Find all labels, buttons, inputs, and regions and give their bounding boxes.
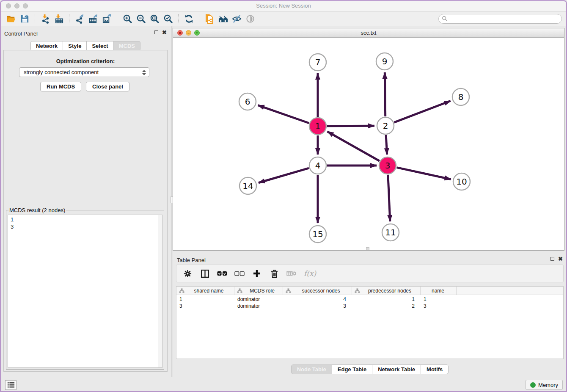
table-row[interactable]: 1dominator411	[176, 296, 563, 303]
graph-node-9[interactable]: 9	[376, 53, 393, 70]
eye-slash-icon	[232, 14, 242, 24]
tab-edge-table[interactable]: Edge Table	[332, 364, 372, 374]
add-column-button[interactable]	[252, 268, 262, 279]
show-all-hidden-button[interactable]	[243, 13, 257, 25]
memory-button[interactable]: Memory	[526, 380, 563, 390]
criterion-dropdown[interactable]: strongly connected component	[19, 67, 149, 77]
graph-node-8[interactable]: 8	[452, 88, 469, 105]
window-titlebar[interactable]: Session: New Session	[0, 0, 567, 12]
column-header-predecessor-nodes[interactable]: predecessor nodes	[352, 287, 421, 295]
graph-node-15[interactable]: 15	[309, 226, 326, 243]
graph-node-1[interactable]: 1	[309, 118, 326, 135]
column-header-mcds-role[interactable]: MCDS role	[234, 287, 283, 295]
select-all-columns-button[interactable]	[217, 268, 227, 279]
zoom-in-button[interactable]	[121, 13, 134, 25]
network-resize-handle[interactable]	[366, 247, 369, 250]
hierarchy-icon	[355, 288, 360, 293]
float-panel-icon[interactable]	[550, 257, 554, 261]
task-history-button[interactable]	[5, 380, 17, 390]
delete-columns-button[interactable]	[269, 268, 279, 279]
zoom-selected-button[interactable]	[161, 13, 175, 25]
save-session-button[interactable]	[18, 13, 31, 25]
tab-select[interactable]: Select	[86, 41, 113, 51]
network-window-titlebar[interactable]: ✕ – + scc.txt	[173, 28, 564, 38]
show-columns-button[interactable]	[200, 268, 210, 279]
dropdown-chevrons-icon	[142, 69, 146, 76]
column-header-label: MCDS role	[245, 288, 283, 294]
graph-edge-1-6[interactable]	[258, 105, 309, 123]
table-toolbar: f(x)	[176, 265, 564, 282]
apply-function-button[interactable]: f(x)	[304, 269, 316, 278]
graph-edge-2-8[interactable]	[394, 101, 451, 122]
close-panel-icon[interactable]: ✖	[162, 30, 167, 35]
tab-mcds[interactable]: MCDS	[113, 41, 140, 51]
column-header-shared-name[interactable]: shared name	[176, 287, 234, 295]
window-title: Session: New Session	[0, 3, 567, 9]
tab-network-table[interactable]: Network Table	[372, 364, 421, 374]
graph-node-11[interactable]: 11	[382, 224, 399, 241]
column-header-name[interactable]: name	[421, 287, 457, 295]
delete-table-button[interactable]	[286, 268, 297, 279]
search-icon	[442, 16, 448, 22]
graph-edge-3-1[interactable]	[328, 132, 380, 161]
graph-node-14[interactable]: 14	[239, 177, 256, 194]
graph-edge-2-9[interactable]	[385, 72, 385, 116]
zoom-out-button[interactable]	[134, 13, 148, 25]
gear-icon	[184, 270, 192, 278]
close-panel-icon[interactable]: ✖	[558, 257, 563, 261]
plus-icon	[253, 269, 261, 278]
column-header-successor-nodes[interactable]: successor nodes	[283, 287, 352, 295]
table-header-row: shared nameMCDS rolesuccessor nodesprede…	[176, 287, 563, 295]
graph-node-7[interactable]: 7	[309, 54, 326, 71]
clone-network-button[interactable]	[203, 13, 216, 25]
graph-node-label: 14	[242, 181, 253, 191]
columns-icon	[201, 269, 209, 278]
close-panel-button[interactable]: Close panel	[86, 82, 129, 91]
graph-node-4[interactable]: 4	[309, 157, 326, 174]
zoom-fit-button[interactable]	[148, 13, 161, 25]
refresh-button[interactable]	[182, 13, 195, 25]
table-panel-title: Table Panel	[177, 257, 206, 263]
column-header-label: predecessor nodes	[363, 288, 420, 294]
control-panel-title: Control Panel	[4, 30, 38, 37]
network-canvas[interactable]: 1234678910111415	[173, 38, 564, 250]
graph-edge-3-10[interactable]	[396, 168, 451, 179]
export-image-button[interactable]	[100, 13, 113, 25]
import-network-button[interactable]	[39, 13, 52, 25]
node-table: shared nameMCDS rolesuccessor nodesprede…	[176, 286, 564, 359]
graph-edge-4-14[interactable]	[259, 168, 309, 183]
graph-node-6[interactable]: 6	[239, 93, 256, 110]
hierarchy-icon	[237, 288, 242, 293]
run-mcds-button[interactable]: Run MCDS	[40, 82, 81, 91]
graph-edge-2-3[interactable]	[386, 135, 387, 155]
graph-node-label: 9	[382, 56, 388, 66]
export-table-button[interactable]	[86, 13, 100, 25]
graph-node-label: 3	[385, 160, 391, 171]
toolbar-separator	[199, 14, 199, 24]
hierarchy-icon	[286, 288, 291, 293]
tab-node-table[interactable]: Node Table	[291, 364, 332, 374]
mcds-result-text[interactable]: 13	[8, 215, 162, 368]
application-window: Session: New Session	[0, 0, 567, 392]
export-network-button[interactable]	[73, 13, 86, 25]
graph-edge-1-2[interactable]	[327, 126, 374, 126]
import-table-button[interactable]	[52, 13, 66, 25]
result-scrollbar[interactable]	[158, 215, 162, 367]
refresh-icon	[184, 14, 194, 24]
graph-node-10[interactable]: 10	[453, 173, 470, 190]
graph-node-2[interactable]: 2	[377, 117, 394, 134]
table-settings-button[interactable]	[182, 268, 193, 279]
tab-style[interactable]: Style	[63, 41, 87, 51]
open-session-button[interactable]	[4, 13, 18, 25]
hide-selected-button[interactable]	[230, 13, 243, 25]
unselect-all-columns-button[interactable]	[234, 268, 245, 279]
search-input[interactable]	[438, 14, 562, 24]
import-network-icon	[41, 14, 50, 24]
graph-node-3[interactable]: 3	[379, 157, 396, 174]
table-row[interactable]: 3dominator323	[176, 303, 563, 310]
graph-edge-3-11[interactable]	[388, 175, 390, 221]
float-panel-icon[interactable]	[154, 30, 158, 34]
tab-motifs[interactable]: Motifs	[421, 364, 449, 374]
tab-network[interactable]: Network	[30, 41, 63, 51]
home-layout-button[interactable]	[216, 13, 230, 25]
